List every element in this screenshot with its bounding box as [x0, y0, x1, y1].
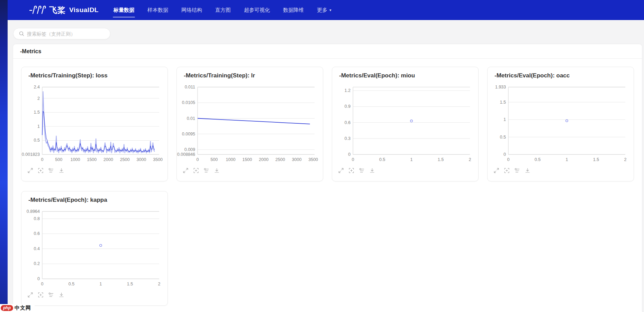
restore-zoom-icon — [504, 168, 510, 173]
charts-grid: -Metrics/Training(Step): loss 2.421.510.… — [13, 59, 642, 312]
restore-zoom-button[interactable] — [37, 167, 44, 173]
svg-text:0.0095: 0.0095 — [182, 132, 195, 136]
download-icon — [369, 168, 375, 173]
axis-settings-button[interactable] — [359, 167, 365, 173]
chart-canvas[interactable]: 1.9331.510.5000.511.52 — [488, 83, 634, 166]
svg-text:0: 0 — [41, 157, 44, 162]
axis-settings-button[interactable] — [48, 292, 54, 298]
restore-zoom-button[interactable] — [348, 167, 354, 173]
svg-text:0.001823: 0.001823 — [22, 152, 40, 157]
restore-zoom-icon — [193, 168, 199, 173]
watermark-text: 中文网 — [15, 305, 31, 311]
svg-text:0.3: 0.3 — [345, 136, 351, 141]
chart-canvas[interactable]: 2.421.510.50.001823050010001500200025003… — [21, 83, 168, 166]
svg-text:0.0105: 0.0105 — [182, 100, 195, 105]
axis-settings-icon — [48, 168, 54, 173]
svg-text:0.5: 0.5 — [500, 135, 506, 140]
restore-zoom-button[interactable] — [37, 292, 44, 298]
nav-item-label: 更多 — [317, 7, 327, 13]
svg-text:1.5: 1.5 — [593, 157, 599, 162]
svg-text:0.6: 0.6 — [345, 120, 351, 125]
chart-toolbar — [182, 167, 323, 173]
svg-text:500: 500 — [210, 157, 218, 162]
search-input[interactable] — [27, 31, 106, 37]
content-panel: -Metrics -Metrics/Training(Step): loss 2… — [13, 44, 642, 312]
svg-text:0.5: 0.5 — [34, 138, 40, 143]
maximize-button[interactable] — [338, 167, 344, 173]
chart-canvas[interactable]: 0.89640.80.60.40.2000.511.52 — [21, 207, 168, 290]
chart-title: -Metrics/Eval(Epoch): kappa — [28, 195, 167, 205]
maximize-button[interactable] — [493, 167, 499, 173]
nav-item-6[interactable]: 数据降维 — [276, 0, 310, 20]
chart-card: -Metrics/Training(Step): loss 2.421.510.… — [21, 67, 168, 181]
caret-down-icon: ▾ — [329, 8, 332, 12]
svg-text:0: 0 — [507, 157, 510, 162]
svg-text:1.5: 1.5 — [127, 282, 133, 286]
chart-toolbar — [338, 167, 478, 173]
svg-text:1.5: 1.5 — [34, 110, 40, 115]
chart-canvas[interactable]: 1.20.90.60.3000.511.52 — [332, 83, 479, 166]
chart-toolbar — [27, 292, 167, 298]
svg-text:2: 2 — [624, 157, 627, 162]
search-box[interactable] — [13, 28, 110, 39]
svg-text:0.4: 0.4 — [34, 246, 40, 251]
nav-item-label: 样本数据 — [147, 7, 168, 13]
svg-text:0.6: 0.6 — [34, 231, 40, 236]
nav-item-1[interactable]: 标量数据 — [107, 0, 141, 20]
section-header: -Metrics — [13, 44, 642, 59]
svg-text:2.4: 2.4 — [34, 85, 40, 89]
download-button[interactable] — [369, 167, 375, 173]
restore-zoom-button[interactable] — [193, 167, 199, 173]
download-button[interactable] — [58, 292, 64, 298]
php-cn-watermark: php 中文网 — [0, 304, 35, 312]
search-icon — [19, 31, 24, 36]
nav-menu: 标量数据样本数据网络结构直方图超参可视化数据降维更多▾ — [107, 0, 338, 20]
axis-settings-button[interactable] — [48, 167, 54, 173]
chart-card: -Metrics/Training(Step): lr 0.0110.01050… — [176, 67, 323, 181]
svg-text:3500: 3500 — [153, 157, 163, 162]
nav-item-7[interactable]: 更多▾ — [310, 0, 338, 20]
nav-item-4[interactable]: 直方图 — [209, 0, 237, 20]
download-icon — [214, 168, 220, 173]
svg-text:1: 1 — [566, 157, 568, 162]
nav-item-5[interactable]: 超参可视化 — [237, 0, 276, 20]
svg-text:1.5: 1.5 — [438, 157, 444, 162]
maximize-button[interactable] — [182, 167, 189, 173]
restore-zoom-button[interactable] — [504, 167, 510, 173]
download-button[interactable] — [214, 167, 220, 173]
svg-text:0.009: 0.009 — [184, 147, 195, 152]
nav-item-2[interactable]: 样本数据 — [141, 0, 175, 20]
axis-settings-icon — [514, 168, 520, 173]
maximize-button[interactable] — [27, 167, 33, 173]
nav-item-label: 标量数据 — [114, 7, 134, 13]
svg-text:2500: 2500 — [120, 157, 130, 162]
svg-text:0: 0 — [352, 157, 354, 162]
axis-settings-button[interactable] — [514, 167, 520, 173]
nav-item-3[interactable]: 网络结构 — [175, 0, 209, 20]
chart-toolbar — [27, 167, 167, 173]
php-logo: php — [1, 305, 13, 311]
chart-title: -Metrics/Eval(Epoch): miou — [339, 70, 478, 81]
brand-logo[interactable]: 飞桨 VisualDL — [29, 5, 99, 16]
svg-text:1000: 1000 — [71, 157, 80, 162]
axis-settings-button[interactable] — [203, 167, 209, 173]
svg-text:1.933: 1.933 — [495, 85, 506, 89]
svg-text:0.5: 0.5 — [535, 157, 541, 162]
maximize-button[interactable] — [27, 292, 33, 298]
svg-text:0.008846: 0.008846 — [177, 152, 195, 157]
chart-canvas[interactable]: 0.0110.01050.010.00950.0090.008846050010… — [177, 83, 324, 166]
svg-text:2000: 2000 — [103, 157, 113, 162]
download-button[interactable] — [58, 167, 64, 173]
maximize-icon — [183, 168, 189, 173]
svg-text:1: 1 — [504, 117, 506, 122]
svg-text:0.01: 0.01 — [187, 116, 195, 121]
maximize-icon — [27, 168, 33, 173]
chart-card: -Metrics/Eval(Epoch): miou 1.20.90.60.30… — [332, 67, 479, 181]
svg-text:0.9: 0.9 — [345, 104, 351, 109]
download-button[interactable] — [524, 167, 530, 173]
svg-text:0: 0 — [348, 152, 351, 157]
nav-item-label: 网络结构 — [181, 7, 202, 13]
restore-zoom-icon — [38, 292, 44, 298]
brand-en: VisualDL — [69, 6, 99, 14]
svg-text:0.5: 0.5 — [379, 157, 385, 162]
